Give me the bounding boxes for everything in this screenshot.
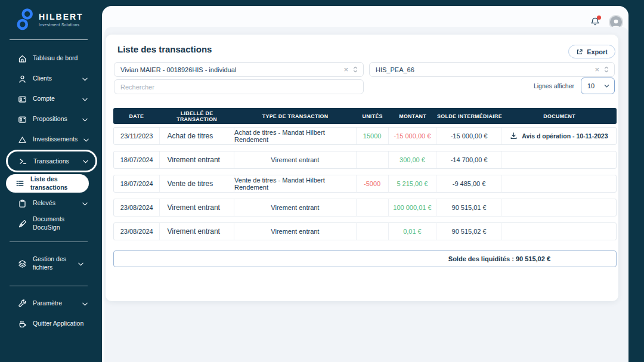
cell-lib: Virement entrant <box>160 223 234 240</box>
sidebar-item-clients[interactable]: Clients <box>0 69 97 89</box>
cell-uni <box>357 151 389 168</box>
brand-tagline: Investment Solutions <box>39 23 83 27</box>
document-label: Avis d opération - 10-11-2023 <box>522 132 608 140</box>
wrench-icon <box>18 299 27 308</box>
sidebar-item-label: Liste des transactions <box>30 175 83 191</box>
main-panel: Liste des transactions Export Vivian MAI… <box>102 6 628 362</box>
sidebar-item-label: Paramètre <box>33 299 76 308</box>
column-header-6: SOLDE INTERMÉDIAIRE <box>437 113 503 119</box>
sidebar-item-label: Documents DocuSign <box>33 215 88 231</box>
sidebar-item-tableau-de-bord[interactable]: Tableau de bord <box>0 48 97 69</box>
cell-date: 18/07/2024 <box>114 151 160 168</box>
list-icon <box>16 179 24 188</box>
cell-doc <box>502 151 616 168</box>
clear-icon[interactable]: × <box>595 66 599 73</box>
cell-uni: 15000 <box>357 128 389 144</box>
chevron-down-icon <box>82 200 88 207</box>
page-title: Liste des transactions <box>117 44 212 54</box>
cell-uni <box>357 199 389 216</box>
chevron-down-icon <box>82 75 88 82</box>
cell-lib: Virement entrant <box>160 199 234 216</box>
liquidity-total-label: Solde des liquidités : 90 515,02 € <box>448 255 550 262</box>
cell-sol: -15 000,00 € <box>436 128 501 144</box>
cup-icon <box>18 320 27 329</box>
cell-mon: 300,00 € <box>389 151 437 168</box>
account-select[interactable]: HIS_PEA_66 × <box>369 62 615 77</box>
cell-date: 23/08/2024 <box>114 199 160 216</box>
cell-date: 23/08/2024 <box>114 223 160 240</box>
client-select[interactable]: Vivian MAIER - 0018926HIS - individual × <box>114 62 364 77</box>
sidebar-item-investissements[interactable]: Investissements <box>0 129 97 150</box>
sidebar-item-label: Transactions <box>33 157 77 165</box>
pen-icon <box>18 219 27 228</box>
account-select-value: HIS_PEA_66 <box>376 66 595 73</box>
card-icon <box>18 95 27 104</box>
column-header-2: LIBELLÉ DE TRANSACTION <box>160 110 234 122</box>
sidebar-item-label: Relevés <box>33 199 76 208</box>
table-header-row: DATELIBELLÉ DE TRANSACTIONTYPE DE TRANSA… <box>113 108 617 124</box>
document-download-link[interactable]: Avis d opération - 10-11-2023 <box>510 132 608 141</box>
layers-icon <box>18 259 27 268</box>
rows-per-page-label: Lignes afficher <box>534 82 574 89</box>
sidebar-item-quitter-application[interactable]: Quitter Application <box>0 314 97 334</box>
cell-sol: -14 700,00 € <box>436 151 501 168</box>
card-icon <box>18 115 27 124</box>
sidebar-item-documents-docusign[interactable]: Documents DocuSign <box>0 214 97 234</box>
client-select-value: Vivian MAIER - 0018926HIS - individual <box>120 66 343 73</box>
sort-updown-icon[interactable] <box>604 66 609 73</box>
sidebar-divider <box>10 242 88 242</box>
cell-lib: Vente de titres <box>160 175 234 192</box>
notification-dot <box>597 16 601 20</box>
table-row: 18/07/2024Vente de titresVente de titres… <box>113 175 617 193</box>
cell-mon: 0,01 € <box>389 223 437 240</box>
cell-type: Vente de titres - Mandat Hilbert Rendeme… <box>234 175 357 192</box>
cell-uni: -5000 <box>357 175 389 192</box>
sidebar-item-transactions[interactable]: Transactions <box>6 150 97 172</box>
export-button[interactable]: Export <box>568 45 615 58</box>
sort-updown-icon[interactable] <box>353 66 358 73</box>
download-icon <box>510 132 518 141</box>
cell-doc <box>502 175 616 192</box>
clipboard-icon <box>18 199 27 208</box>
sidebar-item-gestion-des-fichiers[interactable]: Gestion des fichiers <box>0 249 97 278</box>
sidebar-item-compte[interactable]: Compte <box>0 89 97 109</box>
sidebar-item-label: Quitter Application <box>33 320 88 328</box>
column-header-5: MONTANT <box>389 113 437 119</box>
sidebar-item-releves[interactable]: Relevés <box>0 193 97 214</box>
cell-type: Achat de titres - Mandat Hilbert Rendeme… <box>234 128 357 144</box>
hilbert-rings-icon <box>16 8 35 32</box>
export-icon <box>576 48 583 55</box>
cell-sol: -9 485,00 € <box>436 175 501 192</box>
cell-sol: 90 515,01 € <box>436 199 501 216</box>
rows-per-page-value: 10 <box>587 82 595 89</box>
clear-icon[interactable]: × <box>343 66 348 73</box>
sidebar-item-label: Tableau de bord <box>33 54 88 63</box>
chevron-down-icon <box>604 84 609 88</box>
home-icon <box>18 54 27 63</box>
table-row: 18/07/2024Virement entrantVirement entra… <box>113 151 617 169</box>
transactions-table: DATELIBELLÉ DE TRANSACTIONTYPE DE TRANSA… <box>113 108 617 267</box>
triangle-icon <box>18 135 27 144</box>
sidebar-item-label: Compte <box>33 95 76 103</box>
cell-mon: 5 215,00 € <box>389 175 437 192</box>
column-header-3: TYPE DE TRANSACTION <box>234 113 357 119</box>
chevron-down-icon <box>83 157 88 165</box>
terminal-icon <box>18 157 27 166</box>
column-header-1: DATE <box>113 113 160 119</box>
table-body: 23/11/2023Achat de titresAchat de titres… <box>113 127 617 240</box>
chevron-down-icon <box>82 116 88 123</box>
sidebar: HILBERT Investment Solutions Tableau de … <box>0 0 97 362</box>
export-label: Export <box>587 48 608 55</box>
cell-type: Virement entrant <box>234 223 357 240</box>
sidebar-item-parametre[interactable]: Paramètre <box>0 293 97 314</box>
search-input[interactable] <box>114 79 364 94</box>
sidebar-nav: Tableau de bordClientsComptePropositions… <box>0 48 97 334</box>
sidebar-item-label: Gestion des fichiers <box>33 255 72 271</box>
brand-logo: HILBERT Investment Solutions <box>16 8 83 32</box>
sidebar-item-liste-des-transactions[interactable]: Liste des transactions <box>6 174 89 193</box>
sidebar-item-label: Clients <box>33 75 76 83</box>
rows-per-page-select[interactable]: 10 <box>581 78 615 94</box>
sidebar-item-propositions[interactable]: Propositions <box>0 109 97 129</box>
cell-type: Virement entrant <box>234 199 357 216</box>
cell-date: 23/11/2023 <box>114 128 160 144</box>
